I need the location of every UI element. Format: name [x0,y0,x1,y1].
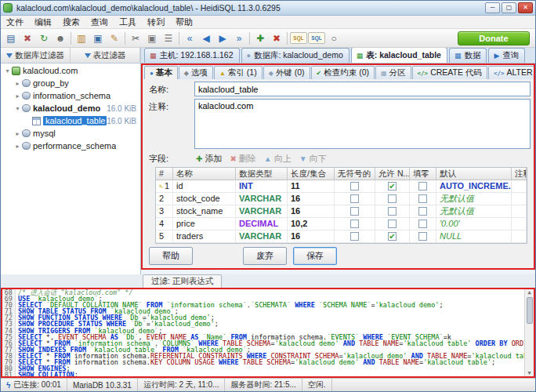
comment-cell[interactable] [512,218,527,230]
session-manager-icon[interactable]: ▤ [3,31,19,45]
data-type-cell[interactable]: VARCHAR [236,230,288,242]
menu-item-4[interactable]: 工具 [114,16,142,29]
title-bar[interactable]: kalacloud.com\kalacloud_demo\kalacloud_t… [1,1,535,16]
scroll-down-icon[interactable]: ▼ [527,370,531,376]
default-cell[interactable]: 无默认值 [436,193,512,205]
field-name-cell[interactable]: price [173,218,236,230]
nav-first-icon[interactable]: « [182,31,197,45]
tree-item-kalacloud-com[interactable]: ▾kalacloud.com [1,64,140,77]
menu-item-6[interactable]: 帮助 [170,16,198,29]
session-tab-0[interactable]: ▦主机: 192.168.1.162 [144,48,240,63]
tree-item-kalacloud-table[interactable]: kalacloud_table16.0 KiB [1,114,140,127]
close-button[interactable]: ✕ [518,2,533,13]
data-type-cell[interactable]: DECIMAL [236,218,288,230]
open-sql-file-icon[interactable]: ▥ [74,31,89,45]
menu-item-5[interactable]: 转到 [142,16,170,29]
length-cell[interactable]: 11 [288,180,335,192]
comment-cell[interactable] [512,180,527,192]
chevron-icon[interactable]: ▾ [3,67,12,74]
grid-row-stock_code[interactable]: 2stock_codeVARCHAR16无默认值 [156,193,527,205]
tree-item-group-by[interactable]: ▸group_by [1,77,140,89]
scroll-thumb[interactable] [527,297,533,324]
unsigned-checkbox[interactable] [350,220,359,228]
grid-row-stock_name[interactable]: 3stock_nameVARCHAR16无默认值 [156,205,527,218]
log-filter-tab[interactable]: 过滤: 正则表达式 [143,274,222,288]
nav-last-icon[interactable]: » [231,31,247,45]
help-button[interactable]: 帮助 [149,247,193,265]
data-type-cell[interactable]: INT [236,180,288,192]
comment-cell[interactable] [512,193,527,205]
grid-row-price[interactable]: 4priceDECIMAL10,2'0.00' [156,218,527,230]
allow-null-checkbox[interactable]: ✔ [388,232,397,241]
disconnect-icon[interactable]: ✖ [20,31,35,45]
default-cell[interactable]: 无默认值 [436,205,512,217]
length-cell[interactable]: 16 [288,193,335,205]
edit-icon[interactable]: ✎ [107,31,122,45]
table-filter-button[interactable]: 表过滤器 [71,48,140,63]
comment-cell[interactable] [512,230,527,242]
column-header-4[interactable]: 无符号的 [335,168,375,180]
column-header-1[interactable]: 名称 [173,168,236,180]
unsigned-checkbox[interactable] [350,194,359,203]
column-header-2[interactable]: 数据类型 [236,168,288,180]
copy-icon[interactable]: ▣ [144,31,160,45]
column-header-7[interactable]: 默认 [436,168,512,180]
field-name-cell[interactable]: stock_code [173,193,236,205]
tree-item-performance-schema[interactable]: ▸performance_schema [1,140,140,152]
editor-tab-1[interactable]: ◆选项 [179,66,213,79]
scroll-up-icon[interactable]: ▲ [527,289,531,296]
column-header-6[interactable]: 填零 [410,168,436,180]
length-cell[interactable]: 16 [288,205,335,217]
zerofill-checkbox[interactable] [418,232,427,241]
sql-log-icon[interactable]: SQL [290,32,307,44]
editor-tab-0[interactable]: ●基本 [144,66,178,79]
database-filter-button[interactable]: 数据库过滤器 [1,48,71,63]
menu-item-3[interactable]: 查询 [85,16,114,29]
session-tab-1[interactable]: ●数据库: kalacloud_demo [241,48,349,63]
editor-tab-4[interactable]: ✔检查约束 (0) [311,66,375,79]
add-field-button[interactable]: ✚添加 [196,153,222,165]
data-type-cell[interactable]: VARCHAR [236,193,288,205]
create-icon[interactable]: ✚ [252,31,268,45]
minimize-button[interactable]: ─ [485,2,500,13]
search-icon[interactable]: ○ [326,31,342,45]
field-name-cell[interactable]: traders [173,230,236,242]
zerofill-checkbox[interactable] [418,182,427,191]
editor-tab-7[interactable]: </>ALTER 代码 [488,66,534,79]
column-header-0[interactable]: # [156,168,173,180]
donate-button[interactable]: Donate [458,31,530,45]
menu-item-0[interactable]: 文件 [1,16,29,29]
nav-prev-icon[interactable]: ◀ [198,31,214,45]
save-icon[interactable]: ▣ [90,31,106,45]
sql-log-scrollbar[interactable]: ▲ ▼ [524,289,534,376]
column-header-5[interactable]: 允许 N... [375,168,410,180]
allow-null-checkbox[interactable]: ✔ [388,182,397,191]
allow-null-checkbox[interactable] [388,194,397,203]
sql-log-lines[interactable]: 68/* 进入会话 "kalacloud.com" */69USE `kalac… [2,289,524,376]
zerofill-checkbox[interactable] [418,207,427,216]
unsigned-checkbox[interactable] [350,182,359,191]
discard-button[interactable]: 废弃 [243,247,287,265]
allow-null-checkbox[interactable] [388,207,397,216]
session-tab-3[interactable]: ▦数据 [449,48,487,63]
table-name-input[interactable] [194,82,531,96]
chevron-icon[interactable]: ▾ [13,105,22,112]
grid-row-id[interactable]: 1idINT11✔AUTO_INCREME... [156,180,527,193]
comment-cell[interactable] [512,205,527,217]
data-type-cell[interactable]: VARCHAR [236,205,288,217]
tree-item-mysql[interactable]: ▸mysql [1,127,140,140]
chevron-icon[interactable]: ▸ [13,130,22,137]
grid-row-traders[interactable]: 5tradersVARCHAR16✔NULL [156,230,527,243]
editor-tab-3[interactable]: ◆外键 (0) [263,66,310,79]
nav-next-icon[interactable]: ▶ [215,31,230,45]
save-button[interactable]: 保存 [293,247,337,265]
session-tab-4[interactable]: ▶查询 [488,48,525,63]
column-header-3[interactable]: 长度/集合 [288,168,335,180]
length-cell[interactable]: 10,2 [288,218,335,230]
sql-help-icon[interactable]: SQL [308,32,325,44]
unsigned-checkbox[interactable] [350,232,359,241]
chevron-icon[interactable]: ▸ [13,143,22,150]
table-comment-textarea[interactable]: kalacloud.com [194,99,531,149]
refresh-icon[interactable]: ↻ [36,31,52,45]
cut-icon[interactable]: ✂ [128,31,143,45]
